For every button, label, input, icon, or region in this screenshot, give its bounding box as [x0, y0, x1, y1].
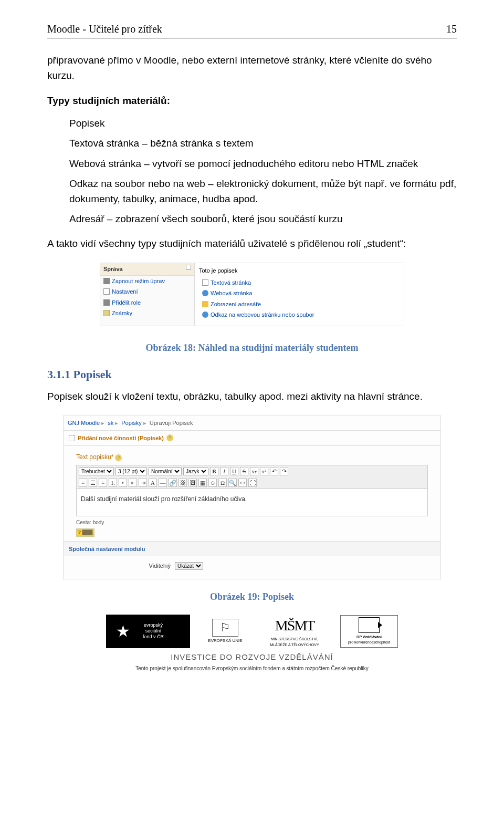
resource-item[interactable]: Webová stránka — [199, 288, 400, 299]
sidebar-link[interactable]: Známky — [112, 309, 132, 318]
sidebar-item[interactable]: Nastavení — [100, 286, 194, 297]
style-select[interactable]: Normální — [149, 468, 182, 475]
editor-path: Cesta: body ? ▓▓▓ — [76, 518, 428, 537]
module-settings-header[interactable]: Společná nastavení modulu — [64, 541, 440, 557]
bold-button[interactable]: B — [210, 467, 218, 475]
opvk-arrow-icon — [359, 617, 380, 633]
type-webova: Webová stránka – vytvoří se pomocí jedno… — [69, 157, 457, 172]
sidebar-link[interactable]: Přidělit role — [112, 298, 141, 307]
panel-header: Správa — [100, 263, 194, 276]
sidebar-item[interactable]: Známky — [100, 308, 194, 319]
field-group: Text popisku* ? Trebuchet 3 (12 pt) Norm… — [64, 446, 440, 541]
visibility-row: Viditelný Ukázat — [64, 556, 440, 579]
sidebar-item[interactable]: Zapnout režim úprav — [100, 276, 194, 287]
footer: ★ evropský sociální fond v ČR ⚐ EVROPSKÁ… — [47, 615, 457, 673]
resource-link[interactable]: Textová stránka — [211, 278, 251, 287]
indent-button[interactable]: ⇥ — [139, 479, 147, 487]
doc-title: Moodle - Učitelé pro zítřek — [47, 21, 162, 37]
section-heading: Typy studijních materiálů: — [47, 94, 457, 109]
doc-header: Moodle - Učitelé pro zítřek 15 — [47, 21, 457, 38]
find-button[interactable]: 🔍 — [228, 479, 237, 487]
fullscreen-button[interactable]: ⛶ — [248, 479, 257, 487]
align-center-button[interactable]: ☰ — [89, 479, 97, 487]
crumb-link[interactable]: Popisky — [121, 420, 142, 426]
msmt-line1: MINISTERSTVO ŠKOLSTVÍ, — [260, 637, 329, 642]
crumb-link[interactable]: GNJ Moodle — [68, 420, 100, 426]
list-ul-button[interactable]: • — [119, 479, 127, 487]
html-button[interactable]: <> — [238, 479, 247, 487]
emoji-button[interactable]: ☺ — [208, 479, 217, 487]
msmt-mark: MŠMT — [260, 615, 329, 637]
logo-row: ★ evropský sociální fond v ČR ⚐ EVROPSKÁ… — [47, 615, 457, 648]
undo-button[interactable]: ↶ — [270, 467, 278, 475]
panel-title: Správa — [103, 265, 123, 274]
underline-button[interactable]: U — [230, 467, 238, 475]
resource-link[interactable]: Odkaz na webovou stránku nebo soubor — [211, 310, 314, 319]
align-right-button[interactable]: ≡ — [99, 479, 107, 487]
lang-select[interactable]: Jazyk — [183, 468, 208, 475]
unlink-button[interactable]: ⛓ — [178, 479, 187, 487]
globe-icon — [202, 290, 208, 296]
editor-toolbar: Trebuchet 3 (12 pt) Normální Jazyk B I U… — [76, 465, 428, 489]
resource-link[interactable]: Zobrazení adresáře — [211, 300, 261, 309]
char-button[interactable]: Ω — [218, 479, 227, 487]
sup-button[interactable]: x² — [260, 467, 268, 475]
course-content: Toto je popisek Textová stránka Webová s… — [195, 263, 404, 326]
crumb-link[interactable]: sk — [108, 420, 113, 426]
type-adresar: Adresář – zobrazení všech souborů, které… — [69, 212, 457, 227]
type-popisek: Popisek — [69, 116, 457, 131]
collapse-icon[interactable] — [186, 265, 191, 270]
outdent-button[interactable]: ⇤ — [129, 479, 137, 487]
hr-button[interactable]: — — [159, 479, 167, 487]
cofunding-note: Tento projekt je spolufinancován Evropsk… — [47, 664, 457, 672]
type-textova: Textová stránka – běžná stránka s textem — [69, 136, 457, 151]
image-button[interactable]: 🖼 — [188, 479, 197, 487]
admin-panel: Správa Zapnout režim úprav Nastavení Při… — [100, 263, 195, 326]
strike-button[interactable]: S — [240, 467, 248, 475]
size-select[interactable]: 3 (12 pt) — [116, 468, 147, 475]
path-label: Cesta: — [76, 520, 91, 525]
link-icon — [202, 311, 208, 318]
doc-icon — [103, 288, 110, 295]
page-number: 15 — [446, 21, 457, 37]
visibility-select[interactable]: Ukázat — [175, 562, 203, 570]
esf-logo: ★ evropský sociální fond v ČR — [106, 615, 190, 648]
eu-label: EVROPSKÁ UNIE — [202, 638, 249, 644]
list-ol-button[interactable]: 1. — [109, 479, 117, 487]
screenshot-edit-label: GNJ Moodle▸ sk▸ Popisky▸ Upravuji Popise… — [63, 416, 441, 579]
path-value: body — [93, 520, 104, 525]
visibility-label: Viditelný — [76, 562, 171, 570]
help-icon[interactable]: ? — [166, 434, 173, 441]
sidebar-link[interactable]: Nastavení — [112, 287, 138, 296]
resource-link[interactable]: Webová stránka — [211, 289, 252, 298]
redo-button[interactable]: ↷ — [280, 467, 288, 475]
folder-icon — [202, 301, 208, 307]
sidebar-link[interactable]: Zapnout režim úprav — [112, 277, 165, 286]
editor-textarea[interactable]: Další studijní materiál slouží pro rozší… — [76, 489, 428, 516]
italic-button[interactable]: I — [220, 467, 228, 475]
esf-line1: evropský — [143, 622, 164, 628]
table-button[interactable]: ▦ — [198, 479, 207, 487]
intro-paragraph: připravované přímo v Moodle, nebo extern… — [47, 53, 457, 83]
resource-item[interactable]: Zobrazení adresáře — [199, 299, 400, 310]
gear-icon — [103, 278, 110, 284]
sub-button[interactable]: x₂ — [250, 467, 258, 475]
resource-item[interactable]: Textová stránka — [199, 277, 400, 288]
color-button[interactable]: A — [149, 479, 157, 487]
label-icon — [69, 435, 75, 441]
path-badge: ? ▓▓▓ — [76, 528, 94, 537]
figure-caption-18: Obrázek 18: Náhled na studijní materiály… — [47, 341, 457, 355]
resource-item[interactable]: Odkaz na webovou stránku nebo soubor — [199, 309, 400, 320]
font-select[interactable]: Trebuchet — [79, 468, 114, 475]
link-button[interactable]: 🔗 — [169, 479, 177, 487]
help-icon[interactable]: ? — [115, 454, 122, 461]
roles-icon — [103, 299, 110, 306]
sidebar-item[interactable]: Přidělit role — [100, 297, 194, 308]
opvk-line1: OP Vzdělávání — [342, 635, 396, 640]
align-left-button[interactable]: ≡ — [79, 479, 87, 487]
esf-star-icon: ★ — [106, 615, 140, 648]
opvk-logo: OP Vzdělávání pro konkurenceschopnost — [340, 615, 398, 648]
esf-line2: sociální — [143, 628, 164, 634]
student-view-paragraph: A takto vidí všechny typy studijních mat… — [47, 236, 457, 252]
eu-flag-icon: ⚐ — [212, 619, 238, 637]
